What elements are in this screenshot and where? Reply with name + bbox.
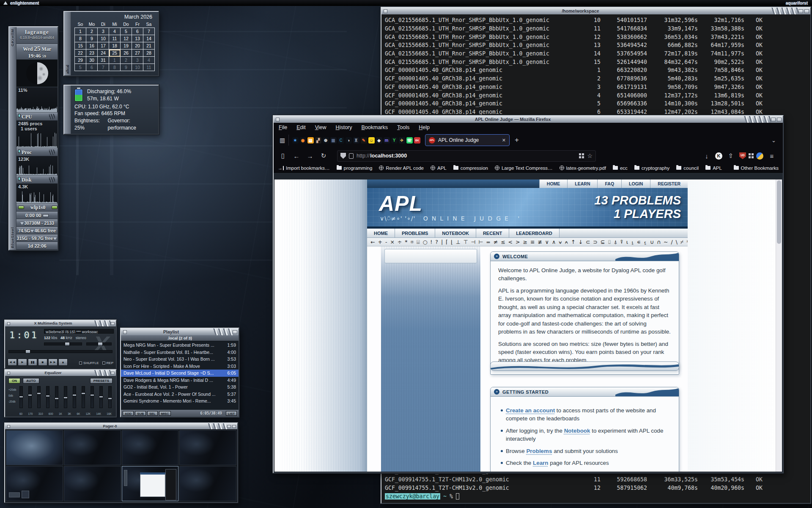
timer-panel[interactable]: 0:00 00 [16,212,58,219]
terminal-titlebar[interactable]: /home/workspace [381,8,810,14]
eq-band-slider[interactable] [91,386,94,408]
playlist-item[interactable]: Gemini Syndrome - Memento Mori - Reme...… [121,398,239,405]
pinned-tab-butterfly[interactable]: ✶ [292,137,299,144]
bookmark-item[interactable]: council [676,166,699,171]
eject-button[interactable]: ▲ [58,359,68,366]
top-link-home[interactable]: HOME [539,179,568,188]
calendar-day[interactable]: 3 [132,57,143,64]
eq-band-slider[interactable] [37,386,41,408]
repeat-toggle[interactable]: REP [102,361,113,365]
calendar-day[interactable]: 12 [121,35,132,42]
calendar-day[interactable]: 11 [109,35,121,42]
playlist-titlebar[interactable]: Playlist [121,329,239,335]
pinned-tab-globe[interactable]: ⊕ [323,137,329,144]
cpu-label-bar[interactable]: CPU [16,113,58,121]
virtual-desktop-7[interactable] [122,466,179,501]
pinned-tab-y[interactable]: Y [391,137,398,144]
virtual-desktop-6[interactable] [64,466,121,501]
playlist-sub-button[interactable]: SUB [135,411,146,416]
pinned-tab-firefox[interactable]: ◉ [300,137,306,144]
pinned-tab-robot[interactable]: ♜ [353,137,359,144]
menu-file[interactable]: File [279,124,287,130]
calendar-day[interactable]: 14 [143,35,155,42]
eq-band-slider[interactable] [73,386,76,408]
calendar-day[interactable]: 10 [98,35,109,42]
menu-bookmarks[interactable]: Bookmarks [362,124,388,130]
calendar-day[interactable]: 16 [86,42,98,50]
bookmark-item[interactable]: →Import bookmarks… [278,166,330,171]
top-link-login[interactable]: LOGIN [621,179,650,188]
virtual-desktop-4[interactable] [179,430,236,465]
calendar-day[interactable]: 4 [109,28,121,35]
playlist-misc-button[interactable]: MISC [159,411,171,416]
playlist-list-button[interactable]: LIST [226,411,237,416]
forward-icon[interactable]: → [304,150,316,162]
playback-time[interactable]: 1:01 [9,330,38,340]
playlist-item[interactable]: Ace - Eurobeat Ace Vol. 2 - Power Of Sou… [121,391,239,398]
eq-band-slider[interactable] [64,386,67,408]
menu-history[interactable]: History [336,124,352,130]
share-icon[interactable]: ⇧ [725,150,737,162]
calendar-day[interactable]: 30 [86,57,98,64]
calendar-day-selected[interactable]: 25 [109,50,121,57]
playlist-item[interactable]: Dave Rodgers & Mega NRG Man - Initial D … [121,377,239,384]
link-create-an-account[interactable]: Create an account [506,407,555,414]
calendar-day[interactable]: 11 [143,64,155,71]
track-title-scroll[interactable]: w3jebrne3| (6:15) *** workspac [44,329,114,334]
menu-edit[interactable]: Edit [296,124,306,130]
bookmark-item[interactable]: Render APL code [379,166,424,171]
next-button[interactable]: ►► [48,359,58,366]
enlightenment-icon[interactable] [3,1,8,5]
iconify-button[interactable] [111,372,115,375]
net-label-bar[interactable]: wlp1s0 [16,204,58,212]
calendar-day[interactable]: 19 [121,42,132,50]
calendar-day[interactable]: 6 [86,64,98,71]
playlist-item[interactable]: GO2 - Initial Beat, Vol. 1 - Power5:38 [121,384,239,391]
calendar-day[interactable]: 5 [121,28,132,35]
playlist-add-button[interactable]: ADD [123,411,134,416]
link-learn[interactable]: Learn [533,460,548,466]
pinned-tab-mastodon[interactable]: m [384,137,390,144]
calendar-day[interactable]: 15 [75,42,86,50]
menu-view[interactable]: View [315,124,326,130]
calendar-day[interactable]: 2 [121,57,132,64]
playlist-sel-button[interactable]: SEL [147,411,158,416]
timer-button[interactable] [43,214,49,217]
playlist-item[interactable]: Neo - Super Eurobeat Vol. 163 - I Was Bo… [121,356,239,363]
page-info-icon[interactable] [349,153,354,159]
calendar-day[interactable]: 5 [75,64,86,71]
calendar-day[interactable]: 20 [132,42,143,50]
active-tab[interactable]: APL APL Online Judge ✕ [425,134,510,146]
calendar-day[interactable]: 2 [86,28,98,35]
calendar-day[interactable]: 13 [132,35,143,42]
calendar-day[interactable]: 26 [121,50,132,57]
playlist-item[interactable]: Icon For Hire - Scripted - Make A Move3:… [121,363,239,370]
apl-glyph-toolbar[interactable]: ← + - × ÷ * ⍟ ⌹ ○ ! ? | ⌈ ⌊ ⊥ ⊤ ⊣ ⊢ = ≠ … [367,238,688,246]
calendar-day[interactable]: 7 [143,28,155,35]
virtual-desktop-5[interactable] [6,466,63,501]
tab-close-icon[interactable]: ✕ [502,138,506,143]
eq-on-button[interactable]: ON [8,378,20,384]
pinned-tab-dark-app[interactable]: ▦ [330,137,337,144]
volume-slider[interactable] [44,342,82,345]
shuffle-toggle[interactable]: SHUFFLE [79,361,99,365]
iconify-button[interactable] [771,118,776,121]
iconify-button[interactable] [233,330,237,334]
eq-band-slider[interactable] [28,386,32,408]
calendar-day[interactable]: 1 [75,28,86,35]
prev-button[interactable]: ◄◄ [8,359,17,366]
pinned-tab-orange-folder[interactable]: ▤ [307,137,314,144]
eq-band-slider[interactable] [82,386,85,408]
battery-side-frame[interactable] [64,86,71,134]
app-menu-icon[interactable]: ≡ [766,150,778,162]
scrollbar-thumb[interactable] [777,180,781,244]
seek-slider[interactable] [8,350,112,353]
bookmark-item[interactable]: latex-geometry.pdf [560,166,606,171]
xmms-titlebar[interactable]: X Multimedia System [5,320,116,326]
eq-presets-button[interactable]: PRESETS [90,378,112,384]
tracking-protection-shield-icon[interactable] [340,153,346,159]
top-link-faq[interactable]: FAQ [597,179,621,188]
pager-titlebar[interactable]: Pager-0 [5,423,237,429]
bookmark-item[interactable]: Other Bookmarks [734,166,779,171]
ublock-origin-icon[interactable]: UD [739,152,746,159]
